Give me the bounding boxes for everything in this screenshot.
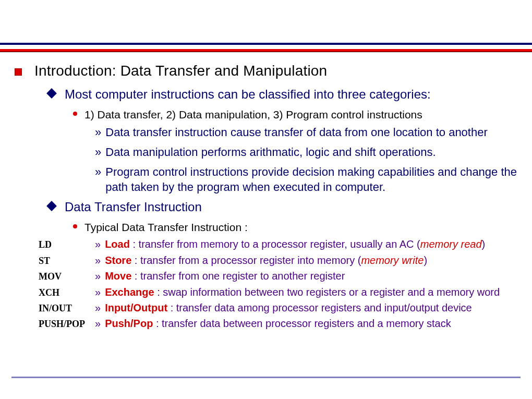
guillemet-icon: » [95, 255, 101, 267]
instruction-keyword: Exchange [105, 286, 154, 298]
sec2-sub1: Typical Data Transfer Instruction : [84, 220, 248, 234]
heading-level2: Data Transfer Instruction [48, 199, 517, 215]
mnemonic-label: LD [39, 237, 95, 250]
instruction-row: XCH»Exchange : swap information between … [39, 285, 517, 299]
instruction-text: Load : transfer from memory to a process… [105, 237, 485, 251]
rule-gap [0, 45, 532, 49]
sec1-p2: Data manipulation performs arithmatic, l… [105, 144, 436, 160]
instruction-body: : transfer data between processor regist… [153, 318, 451, 329]
instruction-row: ST»Store : transfer from a processor reg… [39, 253, 517, 267]
heading-level2: Most computer instructions can be classi… [48, 87, 517, 102]
instruction-row: IN/OUT»Input/Output : transfer data amon… [39, 301, 517, 315]
instruction-text: Input/Output : transfer data among proce… [105, 301, 472, 315]
instruction-text: Move : transfer from one register to ano… [105, 269, 345, 283]
slide-content: Introduction: Data Transfer and Manipula… [0, 52, 532, 331]
guillemet-icon: » [95, 126, 101, 139]
instruction-row: LD»Load : transfer from memory to a proc… [39, 237, 517, 251]
instruction-keyword: Store [105, 255, 131, 266]
instruction-keyword: Load [105, 238, 130, 250]
mnemonic-label: IN/OUT [39, 301, 95, 314]
heading-level1: Introduction: Data Transfer and Manipula… [15, 63, 517, 79]
mnemonic-label: MOV [39, 269, 95, 282]
sec1-sub1: 1) Data transfer, 2) Data manipulation, … [84, 107, 422, 122]
instruction-text: Push/Pop : transfer data between process… [105, 317, 451, 330]
sec1-p1: Data transfer instruction cause transfer… [105, 125, 488, 140]
sec2-heading: Data Transfer Instruction [65, 199, 202, 215]
instruction-list: LD»Load : transfer from memory to a proc… [15, 237, 517, 330]
slide-title: Introduction: Data Transfer and Manipula… [34, 63, 327, 79]
instruction-keyword: Input/Output [105, 302, 167, 313]
instruction-row: MOV»Move : transfer from one register to… [39, 269, 517, 283]
instruction-keyword: Move [105, 270, 131, 282]
rule-bottom [11, 377, 521, 378]
mnemonic-label: ST [39, 253, 95, 267]
instruction-body: : transfer from memory to a processor re… [130, 238, 420, 250]
bullet-level3: 1) Data transfer, 2) Data manipulation, … [73, 107, 517, 122]
guillemet-icon: » [95, 270, 101, 282]
bullet-level4: » Data manipulation performs arithmatic,… [95, 144, 517, 160]
instruction-tail: ) [482, 238, 486, 250]
dot-bullet-icon [73, 112, 77, 116]
instruction-body: : transfer from a processor register int… [131, 255, 361, 266]
instruction-tail: ) [424, 255, 427, 266]
instruction-body: : transfer from one register to another … [131, 270, 345, 282]
bullet-level4: » Program control instructions provide d… [95, 164, 517, 195]
guillemet-icon: » [95, 286, 101, 298]
guillemet-icon: » [95, 165, 101, 179]
instruction-text: Store : transfer from a processor regist… [105, 253, 427, 267]
square-bullet-icon [15, 68, 22, 76]
bullet-level3: Typical Data Transfer Instruction : [73, 220, 517, 234]
diamond-bullet-icon [46, 201, 57, 211]
sec1-heading: Most computer instructions can be classi… [65, 87, 431, 102]
guillemet-icon: » [95, 146, 101, 159]
header-empty-space [0, 0, 532, 43]
instruction-italic: memory read [420, 238, 482, 250]
guillemet-icon: » [95, 318, 101, 330]
sec1-p3: Program control instructions provide dec… [105, 164, 517, 195]
mnemonic-label: PUSH/POP [39, 317, 95, 330]
mnemonic-label: XCH [39, 285, 95, 298]
instruction-italic: memory write [361, 255, 424, 266]
instruction-body: : swap information between two registers… [154, 286, 500, 298]
guillemet-icon: » [95, 302, 101, 314]
diamond-bullet-icon [46, 88, 57, 99]
instruction-body: : transfer data among processor register… [167, 302, 472, 313]
instruction-text: Exchange : swap information between two … [105, 285, 500, 299]
instruction-keyword: Push/Pop [105, 318, 153, 329]
dot-bullet-icon [73, 224, 77, 228]
guillemet-icon: » [95, 238, 101, 250]
instruction-row: PUSH/POP»Push/Pop : transfer data betwee… [39, 317, 517, 330]
bullet-level4: » Data transfer instruction cause transf… [95, 125, 517, 140]
